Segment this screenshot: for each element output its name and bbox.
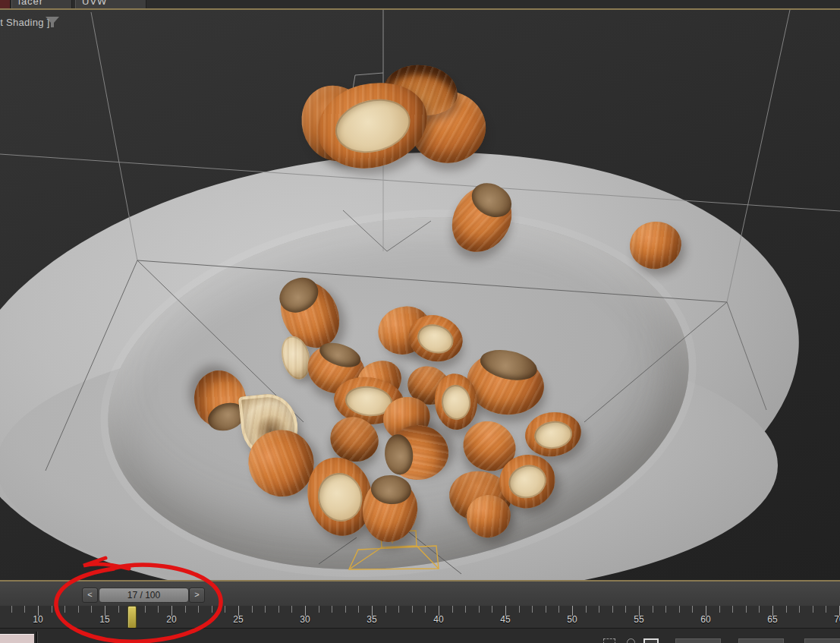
ruler-tick bbox=[345, 606, 346, 613]
ruler-tick bbox=[412, 606, 413, 613]
ruler-tick bbox=[492, 606, 492, 613]
ruler-tick bbox=[145, 606, 146, 613]
ruler-tick bbox=[252, 606, 253, 613]
hazelnut-face bbox=[522, 408, 584, 460]
ruler-tick bbox=[719, 606, 720, 613]
ruler-frame-label: 65 bbox=[761, 614, 784, 625]
ruler-tick bbox=[759, 606, 760, 613]
ruler-tick bbox=[225, 606, 225, 613]
hazelnut-orange bbox=[627, 219, 684, 273]
ruler-tick bbox=[546, 606, 546, 613]
absolute-offset-icon[interactable] bbox=[627, 638, 635, 643]
ruler-tick bbox=[398, 606, 399, 613]
timeline-track-bar[interactable]: 10152025303540455055606570 bbox=[0, 604, 840, 629]
ruler-tick bbox=[665, 606, 666, 613]
funnel-icon[interactable] bbox=[45, 16, 60, 29]
ruler-tick bbox=[599, 606, 599, 613]
hazelnut-capped bbox=[441, 176, 523, 263]
ruler-tick bbox=[185, 606, 186, 613]
window-corner-block bbox=[0, 0, 11, 8]
ruler-tick bbox=[586, 606, 587, 613]
ruler-tick bbox=[679, 606, 680, 613]
ruler-tick bbox=[198, 606, 199, 613]
ruler-frame-label: 70 bbox=[828, 614, 840, 625]
previous-frame-button[interactable]: < bbox=[82, 588, 98, 603]
3dsmax-window: lacer UVW lt Shading ] < 17 / 100 > 1015… bbox=[0, 0, 840, 643]
ruler-tick bbox=[319, 606, 319, 613]
coordinate-x-field[interactable] bbox=[675, 638, 721, 643]
ruler-tick bbox=[746, 606, 747, 613]
ruler-tick bbox=[452, 606, 453, 613]
ruler-tick bbox=[24, 606, 25, 613]
top-bar: lacer UVW bbox=[0, 0, 840, 8]
ruler-frame-label: 35 bbox=[360, 614, 383, 625]
frame-number-field[interactable]: 17 / 100 bbox=[99, 588, 189, 603]
ruler-frame-label: 20 bbox=[160, 614, 183, 625]
ruler-tick bbox=[358, 606, 359, 613]
ruler-tick bbox=[653, 606, 653, 613]
ruler-tick bbox=[519, 606, 520, 613]
coordinate-y-field[interactable] bbox=[738, 638, 784, 643]
hazelnut-pile bbox=[0, 10, 840, 580]
ruler-frame-label: 25 bbox=[227, 614, 250, 625]
ruler-frame-label: 50 bbox=[561, 614, 584, 625]
ruler-tick bbox=[692, 606, 693, 613]
ruler-tick bbox=[826, 606, 826, 613]
ruler-tick bbox=[625, 606, 626, 613]
ruler-tick bbox=[425, 606, 426, 613]
coordinate-z-field[interactable] bbox=[804, 638, 840, 643]
ruler-tick bbox=[64, 606, 65, 613]
ruler-tick bbox=[52, 606, 52, 613]
selection-lock-icon[interactable] bbox=[603, 638, 615, 643]
ruler-tick bbox=[118, 606, 119, 613]
ruler-frame-label: 40 bbox=[427, 614, 450, 625]
status-bar bbox=[0, 628, 840, 643]
viewport-shading-label[interactable]: lt Shading ] bbox=[0, 17, 50, 28]
time-slider-bar: < 17 / 100 > bbox=[0, 580, 840, 606]
viewport-canvas[interactable]: lt Shading ] bbox=[0, 10, 840, 580]
ruler-tick bbox=[212, 606, 212, 613]
ruler-tick bbox=[479, 606, 480, 613]
tab-uvw[interactable]: UVW bbox=[75, 0, 146, 8]
ruler-frame-label: 30 bbox=[294, 614, 316, 625]
tab-uvw-label: UVW bbox=[76, 0, 146, 7]
ruler-tick bbox=[799, 606, 800, 613]
ruler-tick bbox=[332, 606, 332, 613]
ruler-tick bbox=[813, 606, 813, 613]
ruler-tick bbox=[465, 606, 466, 613]
ruler-frame-label: 55 bbox=[628, 614, 650, 625]
viewport-active-border bbox=[0, 8, 840, 10]
ruler-tick bbox=[11, 606, 12, 613]
ruler-tick bbox=[385, 606, 386, 613]
ruler-tick bbox=[786, 606, 787, 613]
ruler-tick bbox=[532, 606, 533, 613]
ruler-tick bbox=[612, 606, 613, 613]
ruler-tick bbox=[78, 606, 79, 613]
tab-placer-label: lacer bbox=[12, 0, 71, 7]
ruler-tick bbox=[158, 606, 159, 613]
ruler-tick bbox=[732, 606, 733, 613]
tab-placer[interactable]: lacer bbox=[11, 0, 72, 8]
statusbar-divider bbox=[36, 632, 38, 643]
ruler-frame-label: 10 bbox=[27, 614, 49, 625]
ruler-tick bbox=[265, 606, 266, 613]
coordinate-display-icon[interactable] bbox=[643, 638, 659, 643]
ruler-tick bbox=[291, 606, 292, 613]
ruler-frame-label: 45 bbox=[494, 614, 517, 625]
maxscript-listener[interactable] bbox=[0, 634, 34, 643]
ruler-tick bbox=[278, 606, 279, 613]
ruler-frame-label: 15 bbox=[93, 614, 116, 625]
ruler-frame-label: 60 bbox=[694, 614, 717, 625]
ruler-tick bbox=[558, 606, 559, 613]
next-frame-button[interactable]: > bbox=[189, 588, 205, 603]
ruler-tick bbox=[91, 606, 92, 613]
time-slider-handle[interactable] bbox=[127, 606, 137, 629]
